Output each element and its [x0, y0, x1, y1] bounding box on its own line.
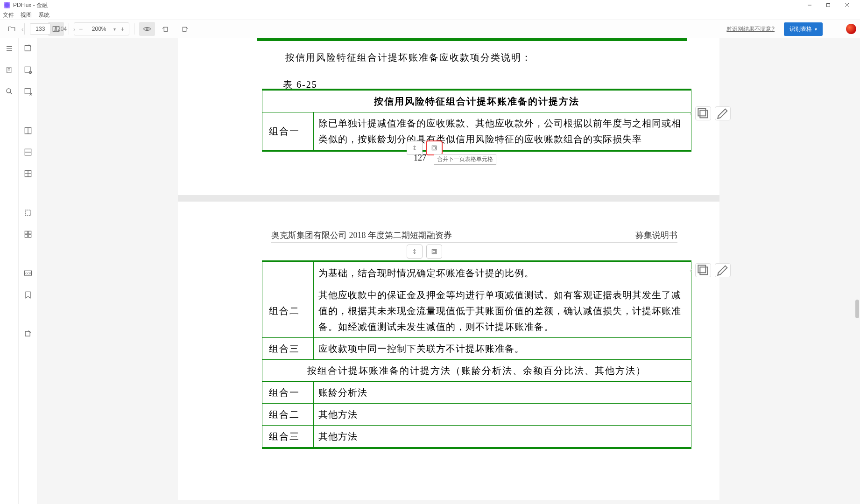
rotate-right-button[interactable] — [176, 22, 192, 36]
bookmark-button[interactable] — [21, 288, 35, 301]
app-icon — [4, 2, 10, 8]
split-row-button[interactable] — [21, 146, 35, 159]
preview-toggle-button[interactable] — [139, 22, 155, 36]
svg-rect-35 — [28, 235, 31, 238]
merge-tooltip: 合并下一页表格单元格 — [434, 154, 496, 165]
table-6-25-top[interactable]: 按信用风险特征组合计提坏账准备的计提方法 组合一 除已单独计提减值准备的应收账款… — [262, 89, 691, 152]
recognize-table-label: 识别表格 — [790, 25, 812, 33]
workspace: OCR 按信用风险特征组合计提坏账准备应收款项分类说明： 表 6-25 按信用风… — [0, 38, 860, 504]
svg-rect-44 — [433, 250, 435, 252]
table-6-25-continued[interactable]: 为基础，结合现时情况确定坏账准备计提的比例。 组合二 其他应收款中的保证金及押金… — [262, 260, 691, 449]
table-row-label: 组合一 — [262, 382, 314, 404]
menu-view[interactable]: 视图 — [21, 11, 32, 19]
page-running-header: 奥克斯集团有限公司 2018 年度第二期短期融资券 募集说明书 — [271, 230, 677, 243]
table-side-actions: ‹ — [695, 263, 731, 277]
recognize-table-button[interactable]: 识别表格 ▾ — [784, 22, 823, 36]
zoom-value[interactable]: 200% — [87, 26, 111, 32]
select-cell-button[interactable] — [21, 206, 35, 219]
svg-rect-39 — [700, 110, 707, 118]
merge-next-page-button[interactable] — [426, 245, 442, 259]
page-total-label: / 204 — [54, 26, 67, 32]
split-cell-button[interactable] — [21, 167, 35, 180]
open-file-button[interactable] — [4, 22, 20, 36]
window-titlebar: PDFlux - 金融 — [0, 0, 860, 10]
rotate-left-button[interactable] — [158, 22, 174, 36]
table-row-label: 组合三 — [262, 338, 314, 360]
page-number-input[interactable] — [30, 23, 50, 35]
pdf-page-133: 按信用风险特征组合计提坏账准备应收款项分类说明： 表 6-25 按信用风险特征组… — [178, 38, 719, 195]
separator — [69, 23, 69, 35]
user-avatar[interactable] — [846, 24, 856, 34]
separator — [134, 23, 134, 35]
menu-file[interactable]: 文件 — [3, 11, 14, 19]
add-region-button[interactable] — [21, 42, 35, 55]
svg-rect-40 — [698, 108, 705, 116]
chevron-down-icon: ▾ — [815, 27, 817, 32]
table-row-content: 其他应收款中的保证金及押金等均进行单项减值测试。如有客观证据表明其发生了减值的，… — [314, 284, 691, 338]
table-row-content: 为基础，结合现时情况确定坏账准备计提的比例。 — [314, 261, 691, 284]
left-rail — [0, 38, 19, 504]
zoom-control: − 200% ▾ + — [74, 22, 129, 35]
svg-rect-21 — [25, 88, 30, 94]
table-row-content: 应收款项中同一控制下关联方不计提坏账准备。 — [314, 338, 691, 360]
svg-rect-41 — [432, 146, 436, 150]
zoom-dropdown-chevron[interactable]: ▾ — [113, 27, 116, 32]
zoom-out-button[interactable]: − — [77, 25, 85, 33]
split-column-button[interactable] — [21, 124, 35, 137]
thumbnails-panel-button[interactable] — [4, 64, 15, 76]
merge-up-button[interactable] — [407, 245, 423, 259]
prev-page-button[interactable]: ‹ — [19, 26, 26, 33]
collapse-chevron-icon[interactable]: ‹ — [690, 110, 692, 117]
header-left-text: 奥克斯集团有限公司 2018 年度第二期短期融资券 — [271, 230, 452, 241]
table-header-row: 按信用风险特征组合计提坏账准备的计提方法 — [262, 90, 691, 112]
window-close-button[interactable] — [838, 0, 856, 10]
document-canvas[interactable]: 按信用风险特征组合计提坏账准备应收款项分类说明： 表 6-25 按信用风险特征组… — [37, 38, 860, 504]
header-right-text: 募集说明书 — [635, 230, 677, 241]
svg-point-7 — [146, 28, 148, 30]
copy-table-button[interactable] — [695, 263, 711, 277]
delete-region-button[interactable] — [21, 85, 35, 98]
tool-column: OCR — [19, 38, 37, 504]
svg-rect-9 — [183, 27, 187, 31]
copy-table-button[interactable] — [695, 106, 711, 120]
svg-rect-42 — [433, 147, 435, 149]
svg-rect-45 — [700, 267, 707, 274]
page-footer-number: 127 — [414, 153, 426, 163]
svg-rect-34 — [25, 235, 28, 238]
svg-rect-32 — [25, 231, 28, 234]
merge-next-page-button[interactable] — [426, 141, 442, 155]
svg-point-16 — [7, 89, 11, 93]
grid-tool-button[interactable] — [21, 228, 35, 241]
svg-rect-1 — [827, 4, 830, 7]
window-minimize-button[interactable] — [800, 0, 819, 10]
table-merge-toolbar-2 — [407, 245, 442, 259]
menu-system[interactable]: 系统 — [38, 11, 49, 19]
window-maximize-button[interactable] — [819, 0, 838, 10]
svg-line-17 — [10, 92, 12, 94]
collapse-chevron-icon[interactable]: ‹ — [690, 266, 692, 274]
app-title: PDFlux - 金融 — [13, 1, 48, 9]
export-button[interactable] — [21, 328, 35, 341]
table-row-content: 除已单独计提减值准备的应收账款、其他应收款外，公司根据以前年度与之相同或相类似的… — [314, 112, 691, 151]
pdf-page-134: 奥克斯集团有限公司 2018 年度第二期短期融资券 募集说明书 为基础，结合现时… — [178, 202, 719, 500]
table-row-content: 其他方法 — [314, 404, 691, 426]
table-row-content: 账龄分析法 — [314, 382, 691, 404]
scrollbar-thumb[interactable] — [855, 300, 859, 318]
edit-table-button[interactable] — [715, 106, 731, 120]
outline-panel-button[interactable] — [4, 43, 15, 54]
table-row-label: 组合一 — [262, 112, 314, 151]
svg-rect-31 — [25, 210, 31, 216]
table-row-label: 组合二 — [262, 404, 314, 426]
table-row-label: 组合二 — [262, 284, 314, 338]
svg-rect-46 — [698, 265, 705, 273]
zoom-in-button[interactable]: + — [119, 25, 126, 33]
search-button[interactable] — [4, 86, 15, 97]
detect-region-button[interactable] — [21, 63, 35, 77]
table-border-fragment — [257, 38, 687, 41]
ocr-button[interactable]: OCR — [21, 267, 35, 280]
intro-paragraph: 按信用风险特征组合计提坏账准备应收款项分类说明： — [285, 51, 532, 64]
feedback-link[interactable]: 对识别结果不满意? — [726, 25, 775, 33]
next-page-button[interactable]: › — [70, 26, 78, 33]
table-section-header: 按组合计提坏账准备的计提方法（账龄分析法、余额百分比法、其他方法） — [262, 360, 691, 382]
edit-table-button[interactable] — [715, 263, 731, 277]
